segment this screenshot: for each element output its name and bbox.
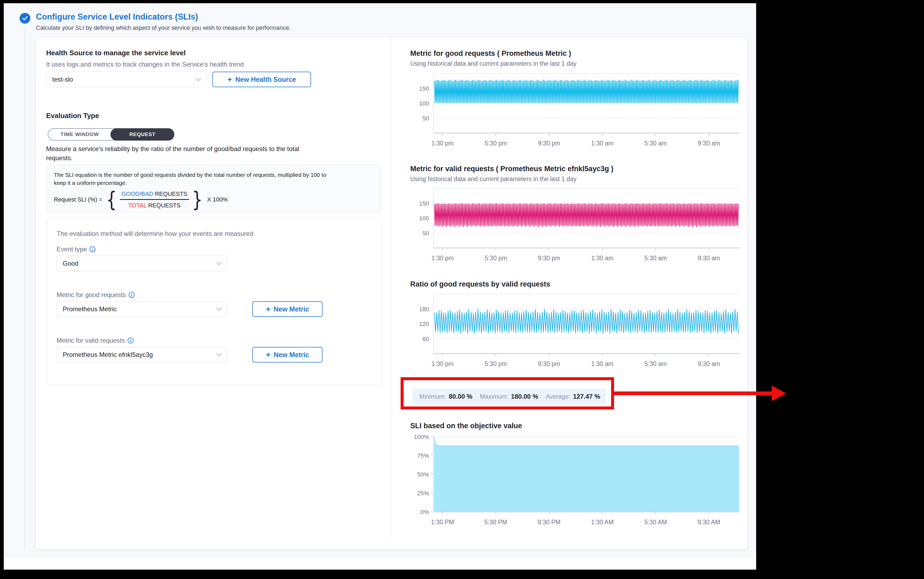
y-tick-label: 150 [419, 85, 429, 92]
formula-close-brace: } [192, 190, 203, 209]
new-health-source-label: New Health Source [235, 76, 296, 83]
y-tick-label: 50 [422, 115, 429, 122]
x-tick-label: 5:30 PM [484, 518, 507, 526]
y-tick-label: 100 [419, 100, 429, 107]
plus-icon: + [266, 305, 271, 313]
evaluation-type-toggle: TIME WINDOW REQUEST [48, 128, 174, 141]
health-source-select-value: test-slo [52, 76, 73, 83]
x-tick-label: 9:30 pm [538, 140, 560, 147]
x-tick-label: 5:30 am [645, 360, 667, 367]
red-highlight-box [401, 377, 614, 409]
formula-lhs: Request SLI (%) = [54, 196, 102, 203]
series-line [434, 203, 738, 227]
x-tick-label: 9:30 AM [698, 518, 720, 526]
plus-icon: + [227, 75, 232, 83]
x-tick-label: 9:30 pm [538, 360, 560, 367]
x-tick-label: 1:30 PM [431, 518, 454, 526]
new-metric-label: New Metric [274, 305, 309, 313]
x-tick-label: 1:30 pm [432, 140, 454, 147]
chart-svg-valid_requests: 150100501:30 pm5:30 pm9:30 pm1:30 am5:30… [403, 185, 744, 265]
plus-icon: + [266, 351, 271, 359]
description-line1: Measure a service’s reliability by the r… [46, 145, 299, 152]
x-tick-label: 9:30 am [698, 140, 720, 147]
chart-good-requests-plot: 150100501:30 pm5:30 pm9:30 pm1:30 am5:30… [403, 70, 744, 150]
x-tick-label: 5:30 AM [644, 518, 667, 526]
chart-good-requests-title: Metric for good requests ( Prometheus Me… [410, 49, 571, 58]
new-metric-label: New Metric [274, 351, 309, 359]
x-tick-label: 5:30 pm [484, 140, 507, 147]
chart-ratio-title: Ratio of good requests by valid requests [410, 280, 550, 288]
new-valid-metric-button[interactable]: + New Metric [252, 347, 323, 363]
formula-numerator-accent: GOOD/BAD [121, 190, 153, 197]
chevron-down-icon [217, 351, 222, 356]
sli-equation-box: The SLI equation is the number of good r… [47, 165, 381, 213]
x-tick-label: 1:30 am [591, 360, 613, 367]
good-metric-label: Metric for good requests [57, 291, 126, 299]
description-line2: requests. [46, 154, 73, 162]
evaluation-method-intro: The evaluation method will determine how… [57, 230, 253, 237]
x-tick-label: 9:30 pm [538, 255, 560, 262]
evaluation-type-description: Measure a service’s reliability by the r… [46, 144, 371, 163]
health-source-heading: Health Source to manage the service leve… [46, 49, 186, 57]
slo-configuration-page: Configure Service Level Indicators (SLIs… [4, 3, 756, 569]
x-tick-label: 9:30 PM [538, 518, 561, 526]
formula-rhs: X 100% [207, 196, 228, 203]
health-source-select[interactable]: test-slo [46, 72, 207, 87]
valid-metric-value: Prometheus Metric efnkl5ayc3g [63, 351, 153, 358]
event-type-label: Event type [57, 245, 87, 253]
page-subtitle: Calculate your SLI by defining which asp… [36, 25, 291, 31]
y-tick-label: 180 [419, 306, 429, 312]
chevron-down-icon [196, 76, 201, 81]
column-divider [391, 37, 391, 538]
info-icon[interactable]: i [129, 292, 135, 298]
x-tick-label: 9:30 am [698, 360, 720, 367]
new-good-metric-button[interactable]: + New Metric [252, 301, 323, 317]
evaluation-method-box: The evaluation method will determine how… [47, 218, 382, 385]
x-tick-label: 1:30 am [591, 140, 613, 147]
info-icon[interactable]: i [90, 246, 95, 252]
new-health-source-button[interactable]: + New Health Source [212, 72, 311, 87]
chart-svg-ratio: 180120601:30 pm5:30 pm9:30 pm1:30 am5:30… [403, 290, 744, 371]
formula-numerator-rest: REQUESTS [153, 190, 187, 197]
formula-open-brace: { [106, 190, 117, 209]
y-tick-label: 100% [414, 433, 429, 440]
toggle-option-request[interactable]: REQUEST [111, 128, 174, 141]
formula-denominator-accent: TOTAL [128, 202, 147, 209]
y-tick-label: 50% [417, 471, 429, 478]
good-metric-value: Prometheus Metric [63, 305, 117, 313]
toggle-option-time-window[interactable]: TIME WINDOW [48, 129, 111, 140]
footer-strip [4, 559, 756, 569]
chart-sli-title: SLI based on the objective value [410, 422, 522, 430]
x-tick-label: 5:30 am [645, 140, 667, 147]
chevron-down-icon [217, 305, 222, 311]
chart-valid-requests-title: Metric for valid requests ( Prometheus M… [410, 165, 613, 173]
health-source-subheading: It uses logs and metrics to track change… [46, 61, 244, 68]
step-complete-check-icon [20, 13, 30, 24]
valid-metric-label: Metric for valid requests [57, 337, 125, 344]
x-tick-label: 5:30 pm [484, 360, 507, 367]
y-tick-label: 25% [417, 490, 429, 497]
info-icon[interactable]: i [128, 337, 134, 343]
x-tick-label: 9:30 am [698, 255, 720, 262]
valid-metric-select[interactable]: Prometheus Metric efnkl5ayc3g [57, 347, 227, 363]
y-tick-label: 100 [419, 215, 429, 222]
red-arrow-head-icon [772, 386, 786, 401]
series-line [434, 79, 738, 103]
y-tick-label: 50 [422, 230, 429, 237]
series-area [434, 437, 739, 512]
red-arrow-line [614, 391, 773, 395]
chart-good-requests-subtitle: Using historical data and current parame… [410, 60, 577, 67]
y-tick-label: 120 [419, 321, 429, 327]
chart-sli-plot: 100%75%50%25%0%1:30 PM5:30 PM9:30 PM1:30… [403, 433, 744, 530]
step-connector-line [24, 29, 25, 550]
chart-svg-good_requests: 150100501:30 pm5:30 pm9:30 pm1:30 am5:30… [403, 70, 744, 150]
y-tick-label: 0% [420, 509, 429, 515]
x-tick-label: 1:30 pm [432, 255, 454, 262]
equation-text-line1: The SLI equation is the number of good r… [54, 172, 326, 178]
formula-denominator-rest: REQUESTS [147, 202, 181, 209]
good-metric-select[interactable]: Prometheus Metric [57, 301, 227, 317]
event-type-select[interactable]: Good [57, 256, 227, 271]
chart-ratio-plot: 180120601:30 pm5:30 pm9:30 pm1:30 am5:30… [403, 290, 744, 371]
y-tick-label: 75% [417, 452, 429, 459]
chevron-down-icon [217, 260, 222, 265]
